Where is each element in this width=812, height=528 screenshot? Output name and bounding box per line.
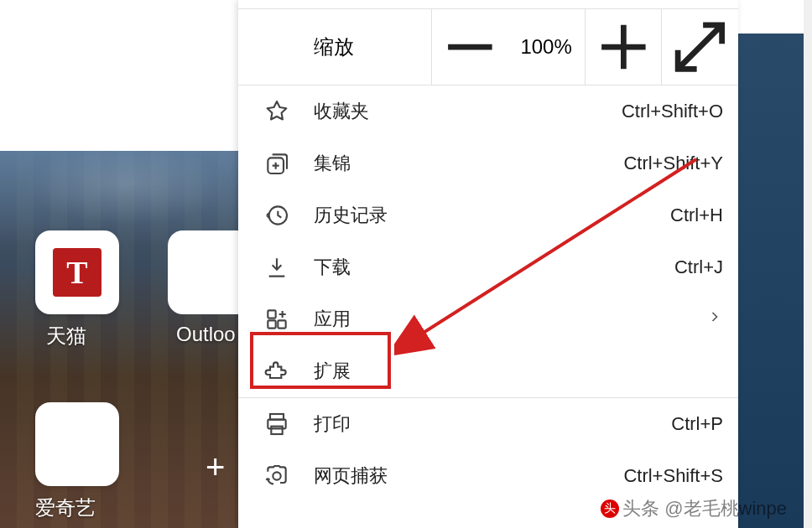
menu-item-history[interactable]: 历史记录 Ctrl+H [238, 189, 738, 241]
menu-shortcut: Ctrl+Shift+O [622, 101, 723, 122]
menu-label: 应用 [314, 307, 351, 332]
menu-item-webcapture[interactable]: 网页捕获 Ctrl+Shift+S [238, 450, 738, 502]
extension-icon [263, 358, 290, 385]
tile-tmall[interactable]: T [35, 230, 119, 314]
menu-label: 网页捕获 [314, 463, 388, 489]
menu-shortcut: Ctrl+P [671, 413, 723, 435]
menu-label: 集锦 [314, 151, 351, 176]
svg-point-8 [273, 472, 280, 479]
menu-shortcut: Ctrl+J [674, 256, 723, 278]
tile-label-iqiyi: 爱奇艺 [35, 494, 96, 521]
zoom-label: 缩放 [314, 34, 431, 60]
menu-item-print[interactable]: 打印 Ctrl+P [238, 398, 738, 450]
watermark: 头头条 @老毛桃winpe [601, 496, 787, 521]
zoom-out-button[interactable] [432, 9, 508, 85]
tmall-icon: T [53, 248, 102, 297]
print-icon [263, 411, 290, 437]
zoom-value: 100% [508, 9, 585, 85]
scrollbar[interactable] [804, 0, 812, 528]
menu-item-favorites[interactable]: 收藏夹 Ctrl+Shift+O [238, 85, 738, 137]
menu-label: 打印 [314, 412, 351, 437]
collections-icon [263, 150, 290, 177]
apps-icon [263, 306, 290, 333]
add-tile-button[interactable]: + [206, 448, 225, 486]
menu-label: 历史记录 [314, 203, 388, 228]
tile-iqiyi[interactable] [35, 402, 119, 486]
tile-label-tmall: 天猫 [46, 323, 86, 349]
zoom-in-button[interactable] [585, 9, 662, 85]
settings-menu: 缩放 100% 收藏夹 Ctrl+Shift+O [238, 0, 738, 528]
menu-label: 下载 [314, 255, 351, 280]
menu-item-truncated[interactable] [238, 0, 738, 8]
menu-item-extensions[interactable]: 扩展 [238, 345, 738, 397]
svg-rect-7 [271, 427, 282, 434]
menu-item-downloads[interactable]: 下载 Ctrl+J [238, 241, 738, 293]
menu-item-collections[interactable]: 集锦 Ctrl+Shift+Y [238, 137, 738, 189]
menu-shortcut: Ctrl+Shift+Y [623, 153, 723, 174]
svg-rect-4 [278, 320, 285, 328]
history-icon [263, 202, 290, 229]
menu-shortcut: Ctrl+Shift+S [623, 465, 723, 487]
menu-item-apps[interactable]: 应用 [238, 293, 738, 345]
webcapture-icon [263, 463, 290, 489]
svg-rect-2 [268, 310, 275, 318]
fullscreen-button[interactable] [661, 9, 738, 85]
star-icon [263, 98, 290, 125]
tile-label-outlook: Outloo [176, 323, 236, 346]
menu-zoom-row: 缩放 100% [238, 9, 738, 85]
menu-label: 扩展 [314, 359, 351, 384]
svg-rect-3 [268, 320, 275, 328]
chevron-right-icon [706, 308, 723, 330]
menu-label: 收藏夹 [314, 99, 369, 124]
download-icon [263, 254, 290, 281]
menu-shortcut: Ctrl+H [670, 204, 723, 226]
